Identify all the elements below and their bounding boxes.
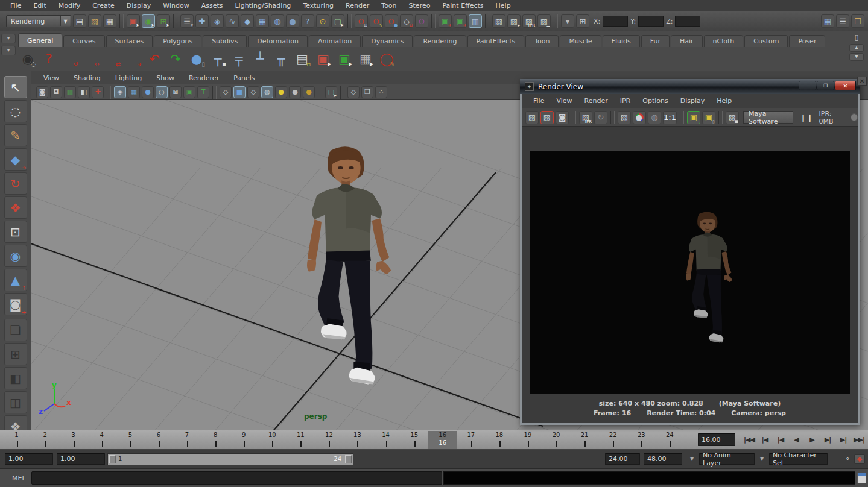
menu-item[interactable]: Paint Effects	[437, 1, 489, 11]
frame-cell[interactable]: 16 16	[428, 431, 457, 449]
viewport-menu-item[interactable]: Lighting	[109, 73, 148, 83]
vp-connections-icon[interactable]: ∴	[375, 86, 387, 98]
render-view-titlebar[interactable]: ✦ Render View — ❐ ✕	[520, 79, 860, 94]
vp-image-plane-icon[interactable]: ◧	[78, 86, 90, 98]
select-object-icon[interactable]: ◉ ➤	[142, 14, 155, 28]
new-scene-icon[interactable]: ▤	[73, 14, 86, 28]
film-reel-icon[interactable]: ◉ ◌	[19, 51, 36, 68]
shelf-tab-menu-button[interactable]: ▾	[1, 46, 16, 55]
hierarchy-unparent-icon[interactable]: ╥	[273, 51, 290, 68]
frame-cell[interactable]: 20	[542, 431, 570, 449]
snap-curve-icon[interactable]: Ω ∿	[370, 14, 383, 28]
z-input[interactable]	[675, 16, 700, 27]
render-view-menu-item[interactable]: File	[528, 96, 550, 106]
snap-grid-icon[interactable]: Ω ⊞	[355, 14, 368, 28]
mask-handles-icon[interactable]: ◈	[211, 14, 224, 28]
script-editor-icon[interactable]	[857, 473, 866, 483]
output-connections-icon[interactable]: ▣ ➜	[454, 14, 467, 28]
shelf-tab[interactable]: Rendering	[414, 35, 466, 47]
rv-render-settings-icon[interactable]: ▨ ☰	[726, 111, 739, 124]
maximize-button[interactable]: ❐	[817, 81, 834, 90]
snap-plane-icon[interactable]: ◇ Ω	[400, 14, 413, 28]
vp-cube-textured-icon[interactable]: ◇	[247, 86, 259, 98]
render-view-window[interactable]: ✦ Render View — ❐ ✕ FileViewRenderIPROpt…	[520, 79, 860, 425]
vp-cube-wire-icon[interactable]: ◇	[220, 86, 232, 98]
shelf-tab[interactable]: Hair	[671, 35, 703, 47]
shelf-tab[interactable]: Toon	[525, 35, 559, 47]
ipr-render-icon[interactable]: ▨ IPR	[522, 14, 536, 28]
shelf-tab[interactable]: Dynamics	[362, 35, 413, 47]
shelf-tab[interactable]: Curves	[63, 35, 104, 47]
mask-points-icon[interactable]: ✚	[195, 14, 209, 28]
camera-dolly-icon[interactable]: ◙ ⇄	[104, 51, 121, 68]
current-time-input[interactable]: 16.00	[698, 433, 735, 446]
rv-redo-render-icon[interactable]: ▨	[540, 111, 554, 124]
frame-cell[interactable]: 2	[31, 431, 59, 449]
range-start-handle[interactable]	[109, 455, 116, 463]
render-view-menu-item[interactable]: View	[551, 96, 577, 106]
frame-cell[interactable]: 5	[116, 431, 144, 449]
mask-deformations-icon[interactable]: ▦	[256, 14, 269, 28]
menu-item[interactable]: Texturing	[297, 1, 339, 11]
render-view-menu-item[interactable]: Render	[579, 96, 613, 106]
viewport-menu-item[interactable]: Panels	[227, 73, 261, 83]
frame-cell[interactable]: 18	[485, 431, 513, 449]
camera-orbit-icon[interactable]: ◙ ↺	[62, 51, 78, 68]
mask-dynamics-icon[interactable]: ◍	[271, 14, 284, 28]
frame-cell[interactable]: 10	[258, 431, 287, 449]
move-tool[interactable]: ◆ ➜	[4, 148, 27, 171]
frame-cell[interactable]: 17	[457, 431, 485, 449]
menu-item[interactable]: Lighting/Shading	[229, 1, 296, 11]
y-input[interactable]	[638, 16, 664, 27]
node-editor-icon[interactable]: ▤ ▫	[294, 51, 311, 68]
rv-region-render-icon[interactable]: ▧	[618, 111, 631, 124]
mask-rendering-icon[interactable]: ●	[286, 14, 299, 28]
play-forwards-button[interactable]: ▶	[804, 433, 820, 447]
viewport-menu-item[interactable]: View	[37, 73, 65, 83]
renderer-selector[interactable]: Maya Software	[743, 111, 794, 124]
frame-cell[interactable]: 13	[343, 431, 372, 449]
frame-cell[interactable]: 15	[400, 431, 428, 449]
vp-xray-icon[interactable]: ⊠	[169, 86, 182, 98]
frame-cell[interactable]: 6	[144, 431, 173, 449]
menu-item[interactable]: Assets	[196, 1, 229, 11]
render-view-menu-item[interactable]: Options	[637, 96, 673, 106]
frame-cell[interactable]: 19	[513, 431, 542, 449]
vp-camera-icon[interactable]: ◙	[36, 86, 48, 98]
render-current-frame-icon[interactable]: ▨ ▸	[507, 14, 521, 28]
viewport-menu-item[interactable]: Show	[150, 73, 180, 83]
auto-keyframe-icon[interactable]: ◆	[854, 454, 865, 464]
last-tool-camera[interactable]: ◙ ➜	[4, 293, 27, 315]
range-end-handle[interactable]	[345, 455, 352, 463]
frame-cell[interactable]: 24	[656, 431, 684, 449]
rv-snapshot-icon[interactable]: ◙	[556, 111, 569, 124]
frame-cell[interactable]: 1	[2, 431, 31, 449]
close-button[interactable]: ✕	[835, 81, 856, 90]
vp-light-grey-icon[interactable]: ●	[289, 86, 301, 98]
highlight-selection-icon[interactable]: ▢ ➤	[331, 14, 344, 28]
frame-cell[interactable]: 8	[201, 431, 230, 449]
trash-icon[interactable]: ▯	[854, 33, 858, 42]
menu-item[interactable]: Create	[87, 1, 120, 11]
playback-start-input[interactable]: 1.00	[57, 453, 105, 465]
camera-fly-icon[interactable]: ◙ ➜	[125, 51, 142, 68]
time-slider-track[interactable]: 1 2 3 4 5	[2, 431, 684, 449]
rv-ipr-render-icon[interactable]: ▨ IPR	[579, 111, 592, 124]
select-hierarchy-icon[interactable]: ▣ ➤	[127, 14, 140, 28]
vp-film-gate-icon[interactable]: ▦	[128, 86, 140, 98]
animation-start-input[interactable]: 1.00	[5, 453, 53, 465]
snap-point-icon[interactable]: Ω ●	[385, 14, 398, 28]
vp-cube-shaded-icon[interactable]: ■	[233, 86, 246, 98]
frame-cell[interactable]: 4	[87, 431, 116, 449]
camera-track-icon[interactable]: ◙ ↔	[83, 51, 100, 68]
frame-cell[interactable]: 9	[230, 431, 258, 449]
scale-tool[interactable]: ❖	[4, 196, 27, 219]
vp-wireframe-icon[interactable]: ◈	[114, 86, 126, 98]
shelf-scroll-down-button[interactable]: ▼	[849, 53, 864, 61]
rv-alpha-channel-icon[interactable]: ◍	[648, 111, 661, 124]
rv-render-icon[interactable]: ▨	[525, 111, 539, 124]
vp-2d-pan-zoom-icon[interactable]: ✚	[92, 86, 104, 98]
anim-layer-field[interactable]: No Anim Layer	[699, 453, 755, 465]
rv-refresh-icon[interactable]: ↻	[594, 111, 607, 124]
menu-item[interactable]: Stereo	[404, 1, 436, 11]
